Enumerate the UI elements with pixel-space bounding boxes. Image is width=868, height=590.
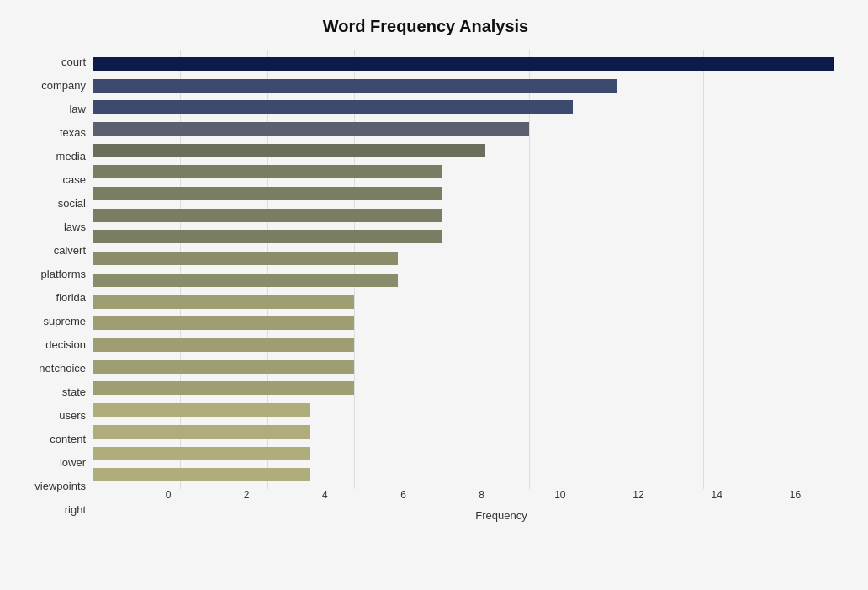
bar-row [93,226,834,248]
bar [93,425,310,439]
bar [93,381,354,395]
bar [93,100,573,114]
bar-row [93,421,834,443]
y-label: calvert [54,245,86,256]
x-tick: 2 [244,489,250,501]
bar [93,274,398,287]
bar [93,316,354,330]
y-label: texas [60,127,86,138]
y-label: court [61,56,86,67]
y-label: netchoice [39,363,86,374]
bar-row [93,183,834,205]
bar-row [93,399,834,421]
bar [93,144,485,157]
bar [93,295,354,309]
bar-row [93,464,834,486]
x-axis-label: Frequency [168,509,834,522]
y-label: right [65,504,86,515]
y-label: decision [45,339,86,350]
y-label: media [56,151,86,162]
grid-and-bars [93,50,834,489]
bar-row [93,443,834,465]
x-tick: 16 [790,489,801,501]
y-label: law [69,104,86,114]
y-label: laws [64,221,86,232]
bar-row [93,75,834,97]
bar [93,468,310,481]
bar-row [93,162,834,183]
x-tick: 0 [166,489,172,501]
bar [93,338,354,352]
x-axis: 0246810121416 [168,489,834,506]
bars-wrapper [93,50,834,489]
bar [93,187,442,200]
bar [93,122,529,136]
bar [93,403,310,417]
bar-row [93,53,834,75]
bar-row [93,269,834,291]
y-label: florida [56,292,86,303]
bar-row [93,291,834,313]
bar [93,165,442,178]
bar [93,447,310,460]
y-label: lower [60,457,86,468]
bar [93,57,834,71]
y-label: company [41,80,86,91]
bar-row [93,118,834,140]
y-axis-labels: courtcompanylawtexasmediacasesociallawsc… [17,50,93,522]
chart-container: Word Frequency Analysis courtcompanylawt… [0,0,868,590]
y-label: social [58,198,86,209]
x-tick: 4 [322,489,328,501]
x-bottom: 0246810121416 Frequency [168,489,834,522]
bar-row [93,312,834,334]
x-tick: 14 [712,489,722,501]
bar-row [93,356,834,378]
bar [93,230,442,243]
x-tick: 12 [632,489,643,501]
y-label: viewpoints [34,481,86,492]
bar [93,79,617,93]
bar-row [93,334,834,356]
bar-row [93,96,834,118]
y-label: case [63,174,86,185]
x-tick: 8 [479,489,484,501]
x-tick: 6 [400,489,406,501]
y-label: platforms [41,268,86,279]
y-label: supreme [43,316,86,327]
y-label: users [59,410,86,421]
y-label: content [50,433,86,444]
chart-area: courtcompanylawtexasmediacasesociallawsc… [17,50,834,522]
bar-row [93,378,834,400]
bar [93,252,398,265]
bar [93,209,442,222]
bars-and-grid: 0246810121416 Frequency [93,50,834,522]
bar [93,360,354,374]
y-label: state [62,386,86,397]
bar-row [93,205,834,226]
bar-row [93,247,834,269]
chart-title: Word Frequency Analysis [17,17,834,36]
x-tick: 10 [554,489,565,501]
bar-row [93,140,834,162]
